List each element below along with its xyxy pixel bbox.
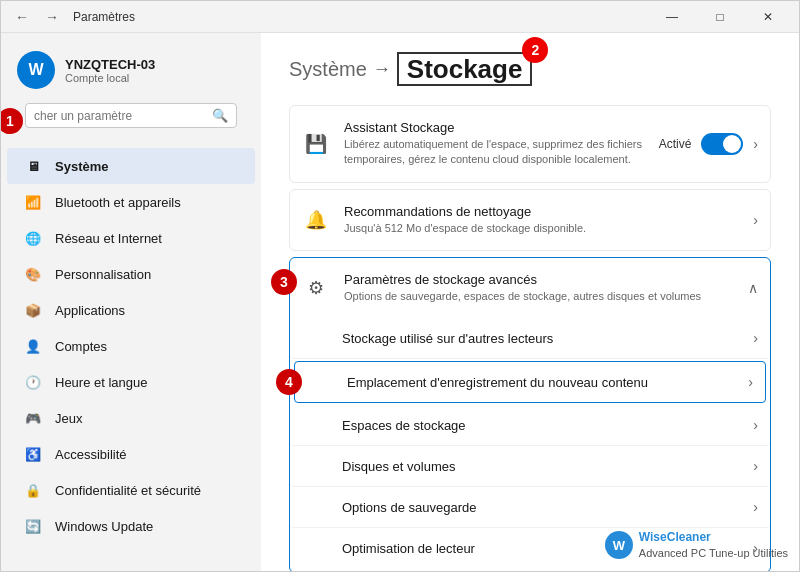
chevron-right-icon: › [753, 330, 758, 346]
recommandations-desc: Jusqu'à 512 Mo d'espace de stockage disp… [344, 221, 739, 236]
sidebar: W YNZQTECH-03 Compte local 1 🔍 🖥 Système [1, 33, 261, 571]
close-button[interactable]: ✕ [745, 1, 791, 33]
window-title: Paramètres [73, 10, 135, 24]
user-subtitle: Compte local [65, 72, 155, 84]
sidebar-item-label: Comptes [55, 339, 107, 354]
emplacement-wrapper: 4 Emplacement d'enregistrement du nouvea… [290, 361, 770, 403]
main-window: ← → Paramètres — □ ✕ W YNZQTECH-03 Compt… [0, 0, 800, 572]
sub-item-emplacement[interactable]: Emplacement d'enregistrement du nouveau … [294, 361, 766, 403]
advanced-group-header[interactable]: ⚙ Paramètres de stockage avancés Options… [290, 258, 770, 318]
annotation-1: 1 [1, 108, 23, 134]
annotation-4: 4 [276, 369, 302, 395]
sidebar-item-label: Bluetooth et appareils [55, 195, 181, 210]
sidebar-item-appli[interactable]: 📦 Applications [7, 292, 255, 328]
sidebar-item-label: Windows Update [55, 519, 153, 534]
main-content: Système → Stockage 2 💾 Assistant Stockag… [261, 33, 799, 571]
advanced-text: Paramètres de stockage avancés Options d… [344, 272, 734, 304]
back-button[interactable]: ← [9, 7, 35, 27]
search-box[interactable]: 🔍 [25, 103, 237, 128]
title-bar-left: ← → Paramètres [9, 7, 135, 27]
sub-item-sauvegarde[interactable]: Options de sauvegarde › [290, 487, 770, 528]
sidebar-item-label: Accessibilité [55, 447, 127, 462]
avatar: W [17, 51, 55, 89]
breadcrumb-current-wrapper: Stockage 2 [397, 53, 533, 87]
chevron-right-icon: › [753, 458, 758, 474]
watermark-text: WiseCleaner Advanced PC Tune-up Utilitie… [639, 530, 788, 560]
sub-item-label: Options de sauvegarde [342, 500, 739, 515]
sidebar-item-confidentialite[interactable]: 🔒 Confidentialité et sécurité [7, 472, 255, 508]
watermark-sub: Advanced PC Tune-up Utilities [639, 546, 788, 560]
sidebar-item-comptes[interactable]: 👤 Comptes [7, 328, 255, 364]
sidebar-item-update[interactable]: 🔄 Windows Update [7, 508, 255, 544]
sub-item-label: Emplacement d'enregistrement du nouveau … [347, 375, 734, 390]
sidebar-item-reseau[interactable]: 🌐 Réseau et Internet [7, 220, 255, 256]
annotation-2: 2 [522, 37, 548, 63]
recommandations-title: Recommandations de nettoyage [344, 204, 739, 219]
nav-list: 🖥 Système 📶 Bluetooth et appareils 🌐 Rés… [1, 148, 261, 544]
annotation-3: 3 [271, 269, 297, 295]
advanced-group: ⚙ Paramètres de stockage avancés Options… [289, 257, 771, 571]
window-controls: — □ ✕ [649, 1, 791, 33]
assistant-text: Assistant Stockage Libérez automatiqueme… [344, 120, 645, 168]
perso-icon: 🎨 [23, 264, 43, 284]
assistant-desc: Libérez automatiquement de l'espace, sup… [344, 137, 645, 168]
minimize-button[interactable]: — [649, 1, 695, 33]
jeux-icon: 🎮 [23, 408, 43, 428]
sidebar-item-access[interactable]: ♿ Accessibilité [7, 436, 255, 472]
advanced-icon: ⚙ [302, 274, 330, 302]
bluetooth-icon: 📶 [23, 192, 43, 212]
sidebar-item-bluetooth[interactable]: 📶 Bluetooth et appareils [7, 184, 255, 220]
breadcrumb-current: Stockage [397, 52, 533, 86]
update-icon: 🔄 [23, 516, 43, 536]
chevron-right-icon: › [748, 374, 753, 390]
systeme-icon: 🖥 [23, 156, 43, 176]
assistant-title: Assistant Stockage [344, 120, 645, 135]
sidebar-item-label: Réseau et Internet [55, 231, 162, 246]
user-name: YNZQTECH-03 [65, 57, 155, 72]
forward-button[interactable]: → [39, 7, 65, 27]
recommandations-text: Recommandations de nettoyage Jusqu'à 512… [344, 204, 739, 236]
watermark: W WiseCleaner Advanced PC Tune-up Utilit… [605, 530, 788, 560]
search-icon: 🔍 [212, 108, 228, 123]
chevron-right-icon: › [753, 136, 758, 152]
sub-item-label: Disques et volumes [342, 459, 739, 474]
sidebar-item-jeux[interactable]: 🎮 Jeux [7, 400, 255, 436]
sidebar-item-label: Système [55, 159, 108, 174]
settings-item-assistant[interactable]: 💾 Assistant Stockage Libérez automatique… [289, 105, 771, 183]
recommandations-right: › [753, 212, 758, 228]
sub-item-espaces[interactable]: Espaces de stockage › [290, 405, 770, 446]
sidebar-item-label: Jeux [55, 411, 82, 426]
sub-item-stockage-autres[interactable]: Stockage utilisé sur d'autres lecteurs › [290, 318, 770, 359]
nav-buttons: ← → [9, 7, 65, 27]
user-section: W YNZQTECH-03 Compte local [1, 41, 261, 103]
sidebar-item-systeme[interactable]: 🖥 Système [7, 148, 255, 184]
user-info: YNZQTECH-03 Compte local [65, 57, 155, 84]
reseau-icon: 🌐 [23, 228, 43, 248]
settings-item-recommandations[interactable]: 🔔 Recommandations de nettoyage Jusqu'à 5… [289, 189, 771, 251]
search-input[interactable] [34, 109, 206, 123]
comptes-icon: 👤 [23, 336, 43, 356]
sidebar-item-perso[interactable]: 🎨 Personnalisation [7, 256, 255, 292]
maximize-button[interactable]: □ [697, 1, 743, 33]
toggle-switch[interactable] [701, 133, 743, 155]
watermark-brand: WiseCleaner [639, 530, 788, 546]
toggle-label: Activé [659, 137, 692, 151]
advanced-title: Paramètres de stockage avancés [344, 272, 734, 287]
toggle-knob [723, 135, 741, 153]
advanced-desc: Options de sauvegarde, espaces de stocka… [344, 289, 734, 304]
access-icon: ♿ [23, 444, 43, 464]
advanced-group-wrapper: 3 ⚙ Paramètres de stockage avancés Optio… [289, 257, 771, 571]
sidebar-item-label: Personnalisation [55, 267, 151, 282]
sidebar-item-heure[interactable]: 🕐 Heure et langue [7, 364, 255, 400]
assistant-right: Activé › [659, 133, 758, 155]
breadcrumb: Système → Stockage 2 [289, 53, 771, 87]
breadcrumb-system: Système [289, 58, 367, 81]
breadcrumb-arrow: → [373, 59, 391, 80]
sidebar-item-label: Applications [55, 303, 125, 318]
sub-item-disques[interactable]: Disques et volumes › [290, 446, 770, 487]
content-area: W YNZQTECH-03 Compte local 1 🔍 🖥 Système [1, 33, 799, 571]
recommandations-icon: 🔔 [302, 206, 330, 234]
chevron-right-icon: › [753, 499, 758, 515]
heure-icon: 🕐 [23, 372, 43, 392]
sub-item-label: Espaces de stockage [342, 418, 739, 433]
